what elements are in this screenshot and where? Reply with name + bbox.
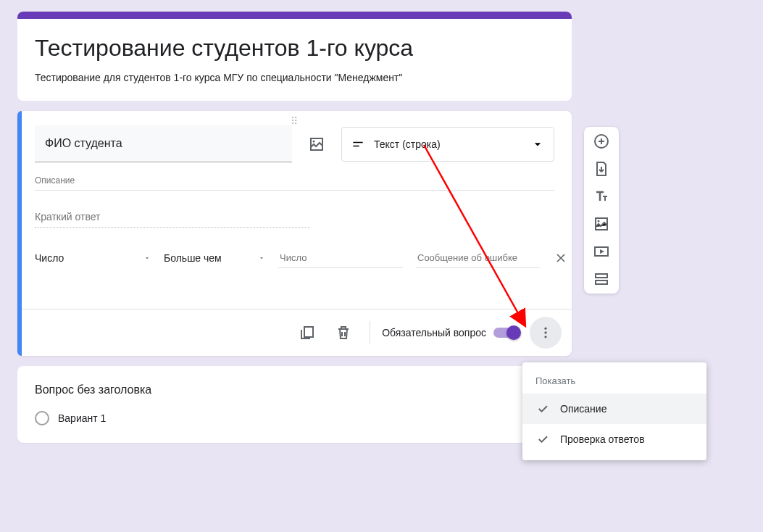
drag-handle-icon[interactable]: ⠿ xyxy=(17,111,572,125)
delete-button[interactable] xyxy=(329,318,358,347)
side-toolbar xyxy=(584,127,619,294)
duplicate-button[interactable] xyxy=(293,318,322,347)
validation-rule-select[interactable]: Число xyxy=(35,246,151,270)
text-icon xyxy=(593,188,610,205)
svg-rect-8 xyxy=(596,274,607,278)
validation-operator-label: Больше чем xyxy=(164,252,222,264)
question-description-input[interactable] xyxy=(35,173,554,191)
check-icon xyxy=(535,402,550,415)
question-title-input[interactable] xyxy=(35,125,292,162)
copy-icon xyxy=(299,324,316,341)
question2-option[interactable]: Вариант 1 xyxy=(35,411,554,425)
plus-circle-icon xyxy=(593,133,610,150)
svg-point-6 xyxy=(598,220,600,223)
question2-title: Вопрос без заголовка xyxy=(35,383,554,396)
toggle-knob xyxy=(506,325,521,340)
header-accent-bar xyxy=(17,12,572,19)
validation-row: Число Больше чем xyxy=(17,228,572,288)
import-icon xyxy=(593,160,610,178)
popup-title: Показать xyxy=(522,368,706,394)
required-toggle[interactable] xyxy=(493,328,520,338)
image-icon xyxy=(593,215,610,233)
svg-point-2 xyxy=(544,331,546,333)
chevron-down-icon xyxy=(143,254,151,262)
add-section-button[interactable] xyxy=(593,270,610,288)
popup-item-label: Описание xyxy=(560,403,606,415)
popup-item-label: Проверка ответов xyxy=(560,433,645,445)
add-video-button[interactable] xyxy=(593,243,610,260)
svg-point-0 xyxy=(313,140,315,142)
trash-icon xyxy=(335,324,352,341)
validation-operator-select[interactable]: Больше чем xyxy=(164,246,265,270)
question-type-dropdown[interactable]: Текст (строка) xyxy=(341,127,554,162)
close-icon xyxy=(554,251,568,265)
radio-icon xyxy=(35,411,49,425)
validation-rule-label: Число xyxy=(35,252,64,264)
short-answer-preview xyxy=(35,208,310,228)
chevron-down-icon xyxy=(530,137,545,151)
question-footer: Обязательный вопрос xyxy=(17,309,572,356)
svg-point-3 xyxy=(544,336,546,338)
video-icon xyxy=(593,243,610,260)
form-title[interactable]: Тестирование студентов 1-го курса xyxy=(35,35,554,62)
check-icon xyxy=(535,433,550,446)
option-label: Вариант 1 xyxy=(58,412,106,424)
more-vert-icon xyxy=(538,325,553,340)
image-icon xyxy=(308,136,325,153)
svg-point-1 xyxy=(544,328,546,330)
validation-remove-button[interactable] xyxy=(554,245,568,271)
chevron-down-icon xyxy=(258,254,265,262)
svg-rect-9 xyxy=(596,280,607,284)
add-image-toolbar-button[interactable] xyxy=(593,215,610,233)
active-indicator xyxy=(17,111,22,356)
add-title-button[interactable] xyxy=(593,188,610,205)
question-card: ⠿ Текст (строка) Число xyxy=(17,111,572,356)
add-image-button[interactable] xyxy=(302,130,331,159)
import-questions-button[interactable] xyxy=(593,160,610,178)
form-header-card: Тестирование студентов 1-го курса Тестир… xyxy=(17,12,572,101)
question-card-2[interactable]: Вопрос без заголовка Вариант 1 xyxy=(17,366,572,443)
add-question-button[interactable] xyxy=(593,133,610,150)
popup-item-validation[interactable]: Проверка ответов xyxy=(522,424,706,454)
divider xyxy=(370,321,370,344)
short-text-icon xyxy=(351,137,365,151)
form-description[interactable]: Тестирование для студентов 1-го курса МГ… xyxy=(35,72,554,83)
validation-value-input[interactable] xyxy=(278,248,403,268)
required-label: Обязательный вопрос xyxy=(382,327,486,338)
popup-item-description[interactable]: Описание xyxy=(522,394,706,424)
question-type-label: Текст (строка) xyxy=(374,138,522,150)
validation-error-input[interactable] xyxy=(416,248,541,268)
section-icon xyxy=(593,270,610,288)
more-options-popup: Показать Описание Проверка ответов xyxy=(522,362,706,460)
more-options-button[interactable] xyxy=(530,317,562,349)
